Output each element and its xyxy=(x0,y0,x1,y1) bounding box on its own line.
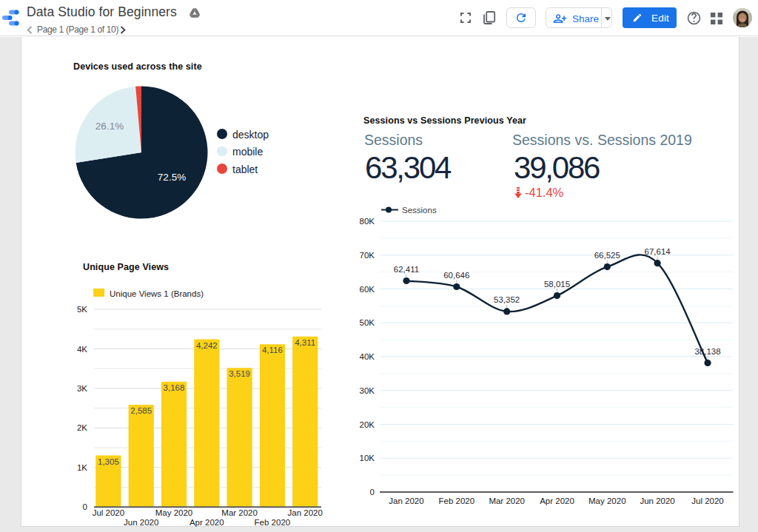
svg-text:1,305: 1,305 xyxy=(98,457,119,466)
svg-text:Jul 2020: Jul 2020 xyxy=(691,496,723,505)
svg-text:1K: 1K xyxy=(77,463,87,472)
svg-text:Mar 2020: Mar 2020 xyxy=(489,496,525,505)
svg-text:53,352: 53,352 xyxy=(494,295,520,304)
svg-text:Jun 2020: Jun 2020 xyxy=(640,496,674,505)
svg-text:0: 0 xyxy=(370,488,375,496)
svg-text:Mar 2020: Mar 2020 xyxy=(221,508,258,517)
svg-text:Apr 2020: Apr 2020 xyxy=(540,496,574,505)
svg-text:60,646: 60,646 xyxy=(443,271,469,280)
svg-text:Jan 2020: Jan 2020 xyxy=(389,496,423,505)
svg-text:Jan 2020: Jan 2020 xyxy=(288,508,323,517)
svg-text:4K: 4K xyxy=(77,345,87,354)
svg-text:66,525: 66,525 xyxy=(594,251,620,260)
svg-text:4,311: 4,311 xyxy=(295,338,315,347)
svg-text:3,519: 3,519 xyxy=(229,369,250,378)
svg-text:Apr 2020: Apr 2020 xyxy=(190,518,224,527)
svg-text:Feb 2020: Feb 2020 xyxy=(438,496,474,505)
svg-text:58,015: 58,015 xyxy=(544,280,570,289)
svg-text:Jun 2020: Jun 2020 xyxy=(124,518,158,527)
svg-text:62,411: 62,411 xyxy=(394,265,419,274)
svg-text:Feb 2020: Feb 2020 xyxy=(255,518,291,527)
svg-text:80K: 80K xyxy=(360,217,375,226)
svg-text:4,116: 4,116 xyxy=(262,346,283,354)
svg-text:Jul 2020: Jul 2020 xyxy=(93,508,124,517)
svg-text:3,168: 3,168 xyxy=(164,383,185,392)
svg-text:Unique Views 1 (Brands): Unique Views 1 (Brands) xyxy=(110,289,204,298)
svg-text:2,585: 2,585 xyxy=(130,406,152,415)
svg-text:70K: 70K xyxy=(360,251,375,260)
svg-text:67,614: 67,614 xyxy=(645,247,671,256)
svg-text:38,138: 38,138 xyxy=(694,347,720,356)
svg-text:3K: 3K xyxy=(77,384,87,393)
svg-text:4,242: 4,242 xyxy=(196,341,218,350)
svg-text:5K: 5K xyxy=(77,305,87,314)
svg-text:May 2020: May 2020 xyxy=(155,508,193,517)
svg-text:0: 0 xyxy=(83,502,87,511)
svg-text:2K: 2K xyxy=(77,423,87,432)
svg-text:Sessions: Sessions xyxy=(402,206,437,215)
svg-text:May 2020: May 2020 xyxy=(588,496,626,505)
